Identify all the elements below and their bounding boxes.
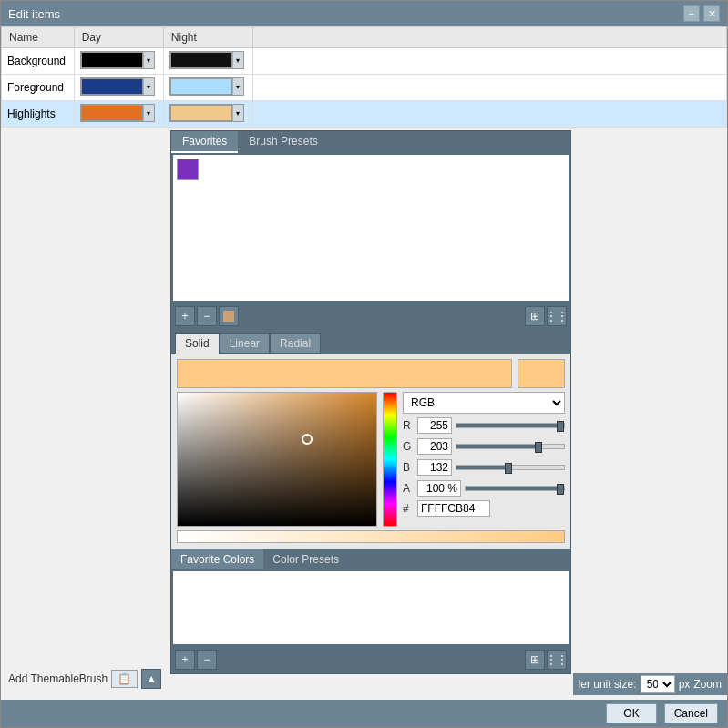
g-value-input[interactable] [417, 438, 452, 455]
day-dropdown-arrow[interactable]: ▾ [143, 105, 154, 121]
fav-grid-view-button[interactable]: ⊞ [525, 650, 545, 670]
picker-area: RGB R G [171, 354, 570, 549]
b-value-input[interactable] [417, 459, 452, 476]
fav-list-view-button[interactable]: ⋮⋮ [547, 650, 567, 670]
a-slider-track[interactable] [465, 486, 565, 491]
gradient-picker-inner [178, 393, 376, 526]
r-slider-track[interactable] [456, 423, 565, 428]
a-slider-thumb [557, 484, 564, 495]
tab-linear[interactable]: Linear [220, 333, 270, 354]
col-extra-header [253, 27, 727, 48]
night-color-swatch [170, 52, 232, 68]
b-slider-fill [456, 466, 512, 469]
color-preview-box [518, 359, 565, 388]
tab-solid[interactable]: Solid [175, 333, 220, 354]
plus-icon: + [181, 310, 188, 323]
night-color-swatch [170, 105, 232, 121]
hex-input[interactable] [417, 500, 490, 517]
ruler-unit-select[interactable]: 50 [641, 675, 675, 693]
row-day-swatch[interactable]: ▾ [74, 101, 163, 128]
grid-view-button[interactable]: ⊞ [525, 306, 545, 326]
row-extra [253, 48, 727, 75]
list-view-button[interactable]: ⋮⋮ [547, 306, 567, 326]
plus-icon: + [181, 653, 188, 666]
remove-favorite-button[interactable]: − [197, 306, 217, 326]
cancel-button[interactable]: Cancel [664, 703, 718, 723]
day-dropdown-arrow[interactable]: ▾ [143, 78, 154, 95]
minus-icon: − [203, 310, 210, 323]
r-slider-thumb [557, 421, 564, 432]
r-value-input[interactable] [417, 417, 452, 434]
minus-icon: − [203, 653, 210, 666]
table-row[interactable]: Foreground ▾ ▾ [2, 75, 727, 101]
row-night-swatch[interactable]: ▾ [163, 101, 252, 128]
minimize-button[interactable]: − [683, 5, 700, 22]
tab-favorites[interactable]: Favorites [171, 131, 238, 153]
r-label: R [403, 419, 414, 432]
rgb-r-row: R [403, 416, 565, 435]
favorite-color-item[interactable] [177, 159, 199, 180]
day-dropdown-arrow[interactable]: ▾ [143, 52, 154, 68]
day-color-swatch [81, 78, 143, 95]
day-color-swatch [81, 52, 143, 68]
row-day-swatch[interactable]: ▾ [74, 48, 163, 75]
favorites-toolbar-right: ⊞ ⋮⋮ [525, 306, 567, 326]
g-label: G [403, 440, 414, 453]
hex-row: # [403, 500, 565, 517]
g-slider-track[interactable] [456, 444, 565, 449]
rgb-mode-select[interactable]: RGB [403, 392, 565, 414]
add-favorite-button[interactable]: + [175, 306, 195, 326]
ok-button[interactable]: OK [606, 703, 656, 723]
a-value-input[interactable] [417, 480, 461, 497]
dots-icon: ⋮⋮ [546, 310, 568, 323]
color-gradient-bar [177, 359, 512, 388]
hue-slider[interactable] [383, 392, 397, 527]
favorites-toolbar: + − ⊞ ⋮⋮ [171, 302, 570, 330]
bottom-gradient-bar [177, 530, 565, 543]
night-dropdown-arrow[interactable]: ▾ [232, 105, 243, 121]
b-slider-track[interactable] [456, 465, 565, 470]
g-slider-thumb [535, 442, 542, 453]
table-row[interactable]: Highlights ▾ ▾ [2, 101, 727, 128]
tab-color-presets[interactable]: Color Presets [263, 549, 348, 569]
ruler-unit-suffix: px [679, 678, 691, 691]
tab-favorite-colors[interactable]: Favorite Colors [171, 549, 263, 569]
favorite-colors-section: Favorite Colors Color Presets + − ⊞ [171, 549, 570, 673]
rgb-controls: RGB R G [403, 392, 565, 527]
add-brush-copy-button[interactable]: 📋 [111, 670, 138, 688]
fav-colors-toolbar: + − ⊞ ⋮⋮ [171, 646, 570, 673]
square-icon [223, 311, 234, 322]
row-night-swatch[interactable]: ▾ [163, 48, 252, 75]
row-night-swatch[interactable]: ▾ [163, 75, 252, 101]
favorites-toolbar-left: + − [175, 306, 239, 326]
col-day-header: Day [74, 27, 163, 48]
tab-radial[interactable]: Radial [270, 333, 321, 354]
remove-fav-color-button[interactable]: − [197, 650, 217, 670]
day-color-swatch [81, 105, 143, 121]
picker-main: RGB R G [177, 392, 565, 527]
close-button[interactable]: ✕ [703, 5, 720, 22]
title-bar-buttons: − ✕ [683, 5, 720, 22]
add-brush-label: Add ThemableBrush [8, 672, 108, 685]
table-row[interactable]: Background ▾ ▾ [2, 48, 727, 75]
tab-brush-presets[interactable]: Brush Presets [238, 131, 328, 153]
night-dropdown-arrow[interactable]: ▾ [232, 78, 243, 95]
title-bar: Edit items − ✕ [1, 1, 727, 26]
row-extra [253, 101, 727, 128]
favorites-grid [173, 155, 569, 301]
color-icon-button[interactable] [219, 306, 239, 326]
up-arrow-icon: ▲ [146, 672, 157, 685]
add-fav-color-button[interactable]: + [175, 650, 195, 670]
add-brush-up-button[interactable]: ▲ [141, 669, 161, 689]
row-day-swatch[interactable]: ▾ [74, 75, 163, 101]
night-dropdown-arrow[interactable]: ▾ [232, 52, 243, 68]
color-preview-row [177, 359, 565, 388]
hex-label: # [403, 502, 414, 515]
ruler-unit-row: ler unit size: 50 px Zoom [573, 673, 727, 695]
rgb-a-row: A [403, 479, 565, 497]
b-slider-thumb [505, 463, 512, 474]
gradient-picker[interactable] [177, 392, 377, 527]
fav-colors-toolbar-left: + − [175, 650, 217, 670]
row-extra [253, 75, 727, 101]
row-name: Foreground [2, 75, 75, 101]
